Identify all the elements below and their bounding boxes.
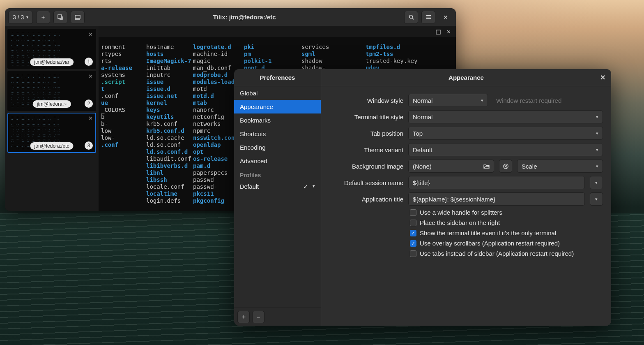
tilix-titlebar: 3 / 3 ▾ ＋ Tilix: jtm@fedora:/etc ✕: [5, 8, 456, 26]
terminal-title-style-label: Terminal title style: [329, 113, 403, 120]
combo-value: Scale: [522, 163, 537, 170]
checkbox[interactable]: ✓: [410, 230, 416, 236]
ls-entry: inittab: [146, 65, 193, 72]
close-icon: ✕: [600, 74, 605, 81]
checkbox-row: Place the sidebar on the right: [410, 219, 603, 226]
ls-entry: tmpfiles.d: [366, 44, 417, 51]
ls-entry: login.defs: [146, 197, 193, 204]
ls-entry: issue.net: [146, 93, 193, 100]
session-thumb[interactable]: ... ... ... . . . . ...... . .... . .. .…: [7, 113, 96, 153]
preferences-header: Appearance ✕: [321, 69, 611, 86]
ls-entry: libnl: [146, 169, 193, 176]
theme-variant-combo[interactable]: Default ▾: [408, 143, 603, 156]
add-profile-button[interactable]: ＋: [237, 311, 250, 323]
session-thumb[interactable]: .. ..... .... . ..... . . . .... . .....…: [7, 71, 96, 111]
ls-entry: ImageMagick-7: [146, 58, 193, 65]
plus-icon: ＋: [40, 14, 46, 21]
terminal-tabbar: ✕: [99, 26, 456, 38]
profile-item-default[interactable]: Default ✓ ▾: [234, 180, 321, 193]
sidebar-item-bookmarks[interactable]: Bookmarks: [234, 113, 321, 127]
window-style-combo[interactable]: Normal ▾: [408, 94, 488, 107]
profile-label: Default: [240, 183, 259, 190]
combo-value: Normal: [413, 97, 432, 104]
sidebar-item-encoding[interactable]: Encoding: [234, 141, 321, 154]
checkbox-label: Use a wide handle for splitters: [420, 209, 502, 216]
ls-entry: .script: [101, 79, 146, 86]
new-terminal-right-button[interactable]: [71, 11, 85, 24]
ls-entry: a-release: [101, 65, 146, 72]
window-style-hint: Window restart required: [496, 97, 561, 104]
new-terminal-down-button[interactable]: [53, 11, 67, 24]
checkbox-row: ✓Use overlay scrollbars (Application res…: [410, 240, 603, 247]
remove-profile-button[interactable]: −: [252, 311, 264, 323]
search-button[interactable]: [404, 11, 418, 24]
ls-entry: .conf: [101, 141, 146, 148]
ls-entry: inputrc: [146, 72, 193, 79]
ls-entry: logrotate.d: [193, 44, 244, 51]
ls-entry: low: [101, 127, 146, 134]
session-switcher-button[interactable]: 3 / 3 ▾: [8, 11, 33, 24]
application-title-label: Application title: [329, 196, 403, 203]
ls-entry: ronment: [101, 44, 146, 51]
session-thumb[interactable]: . .... .... . .. ...... ... .. . .... ..…: [7, 29, 96, 69]
sidebar-item-advanced[interactable]: Advanced: [234, 154, 321, 168]
new-session-button[interactable]: ＋: [36, 11, 50, 24]
close-icon: ✕: [446, 29, 451, 35]
preferences-close-button[interactable]: ✕: [600, 74, 605, 81]
checkbox-row: Use tabs instead of sidebar (Application…: [410, 250, 603, 257]
ls-entry: ld.so.conf: [146, 141, 193, 148]
ls-entry: services: [301, 44, 366, 51]
sidebar-item-appearance[interactable]: Appearance: [234, 100, 321, 113]
ls-entry: libssh: [146, 176, 193, 183]
window-close-button[interactable]: ✕: [439, 11, 453, 24]
ls-entry: tpm2-tss: [366, 51, 417, 58]
ls-entry: keyutils: [146, 113, 193, 120]
chevron-down-icon: ▾: [313, 183, 315, 190]
theme-variant-label: Theme variant: [329, 146, 403, 153]
tab-position-combo[interactable]: Top ▾: [408, 127, 603, 140]
terminal-title-style-combo[interactable]: Normal ▾: [408, 110, 603, 123]
hamburger-menu-button[interactable]: [421, 11, 435, 24]
ls-entry: machine-id: [193, 51, 244, 58]
tab-position-label: Tab position: [329, 130, 403, 137]
chevron-down-icon: ▾: [595, 197, 598, 202]
combo-value: Top: [413, 130, 423, 137]
ls-entry: polkit-1: [244, 58, 301, 65]
session-close-button[interactable]: ✕: [88, 31, 93, 37]
application-title-menu-button[interactable]: ▾: [590, 192, 603, 206]
profiles-heading: Profiles: [234, 168, 321, 180]
ls-entry: hosts: [146, 51, 193, 58]
session-name-menu-button[interactable]: ▾: [590, 176, 603, 189]
session-close-button[interactable]: ✕: [88, 115, 93, 121]
ls-entry: rts: [101, 58, 146, 65]
session-number-badge: 2: [85, 100, 93, 108]
session-label: jtm@fedora:/etc: [30, 142, 74, 150]
close-terminal-button[interactable]: ✕: [446, 29, 451, 35]
session-name-input[interactable]: ${title}: [408, 176, 585, 189]
checkbox[interactable]: [410, 220, 416, 226]
ls-entry: sgml: [301, 51, 366, 58]
terminal-down-icon: [57, 14, 64, 21]
application-title-input[interactable]: ${appName}: ${sessionName}: [408, 192, 585, 206]
clear-background-button[interactable]: [499, 160, 512, 173]
ls-entry: hostname: [146, 44, 193, 51]
checkbox[interactable]: ✓: [410, 240, 416, 247]
maximize-icon: [436, 30, 441, 35]
maximize-terminal-button[interactable]: [436, 30, 441, 35]
ls-entry: shadow: [301, 58, 366, 65]
folder-open-icon[interactable]: [483, 164, 490, 169]
background-image-path[interactable]: (None): [408, 160, 494, 173]
checkbox-label: Show the terminal title even if it's the…: [420, 229, 556, 236]
checkbox[interactable]: [410, 209, 416, 216]
svg-rect-1: [75, 15, 80, 19]
checkbox[interactable]: [410, 250, 416, 257]
preferences-window: Preferences GlobalAppearanceBookmarksSho…: [234, 69, 611, 326]
sidebar-item-shortcuts[interactable]: Shortcuts: [234, 127, 321, 141]
sidebar-item-global[interactable]: Global: [234, 86, 321, 100]
ls-entry: .conf: [101, 93, 146, 100]
ls-entry: t: [101, 86, 146, 93]
background-scale-combo[interactable]: Scale ▾: [517, 160, 603, 173]
session-close-button[interactable]: ✕: [88, 73, 93, 79]
combo-value: Default: [413, 146, 432, 153]
plus-icon: ＋: [241, 313, 247, 321]
